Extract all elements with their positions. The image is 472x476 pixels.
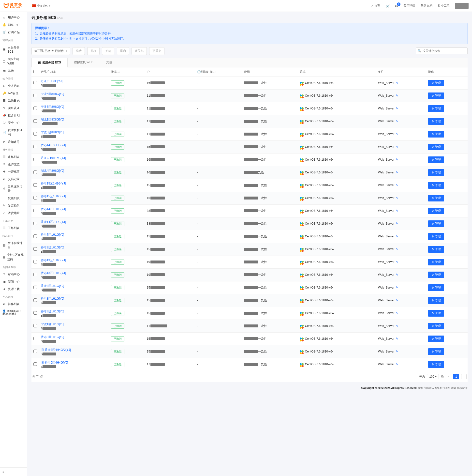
row-select-checkbox[interactable] [33, 222, 37, 225]
sidebar-item[interactable]: ☰工单列表 [0, 224, 27, 232]
instance-name-link[interactable]: 宁波5区8H8G[YJ] [41, 130, 107, 135]
nav-cart[interactable]: 🛒 [386, 4, 390, 8]
row-select-checkbox[interactable] [33, 196, 37, 200]
manage-button[interactable]: ⚙管理 [428, 92, 444, 99]
sidebar-item[interactable]: 🛡安全中心 [0, 119, 27, 126]
row-select-checkbox[interactable] [33, 337, 37, 340]
edit-icon[interactable]: ✎ [396, 184, 398, 187]
row-select-checkbox[interactable] [33, 350, 37, 353]
manage-button[interactable]: ⚙管理 [428, 336, 444, 342]
sidebar-item[interactable]: ☰发票列表 [0, 195, 27, 202]
sidebar-item[interactable]: 🔑API管理 [0, 89, 27, 97]
instance-name-link[interactable]: 旧-香港3区4H4G*2[YJ] [41, 348, 107, 352]
col-expire[interactable]: 🕒到期时间▴▾ [195, 68, 242, 77]
manage-button[interactable]: ⚙管理 [428, 221, 444, 227]
instance-name-link[interactable]: 香港8区1H1G[YJ] [41, 309, 107, 314]
row-select-checkbox[interactable] [33, 298, 37, 302]
manage-button[interactable]: ⚙管理 [428, 233, 444, 240]
instance-name-link[interactable]: 湖北4区8H8G[YJ] [41, 169, 107, 173]
manage-button[interactable]: ⚙管理 [428, 272, 444, 278]
language-selector[interactable]: 中文简体 ▾ [32, 4, 50, 8]
edit-icon[interactable]: ✎ [396, 94, 398, 97]
edit-icon[interactable]: ✎ [396, 107, 398, 110]
row-select-checkbox[interactable] [33, 106, 37, 110]
logo[interactable]: ᗢ 狐蒂云 HUDIYUN [3, 1, 27, 11]
row-select-checkbox[interactable] [33, 273, 37, 276]
sidebar-item[interactable]: ⇄转移列表 [0, 300, 27, 308]
manage-button[interactable]: ⚙管理 [428, 195, 444, 202]
edit-icon[interactable]: ✎ [396, 324, 398, 328]
sidebar-item[interactable]: ⌂收货地址 [0, 209, 27, 217]
instance-name-link[interactable]: 湖北1区8C8G[YJ] [41, 118, 107, 122]
instance-name-link[interactable]: 香港14区8H8G[YJ] [41, 143, 107, 147]
instance-name-link[interactable]: 宁波5区8H8G[YJ] [41, 105, 107, 109]
search-input[interactable] [416, 48, 468, 54]
edit-icon[interactable]: ✎ [396, 299, 398, 302]
sidebar-item[interactable]: ▦宿迁在线过白 [0, 239, 27, 251]
manage-button[interactable]: ⚙管理 [428, 156, 444, 163]
sidebar-item[interactable]: ▦宁波1区在线过白 [0, 251, 27, 263]
instance-name-link[interactable]: 香港13区1H1G[YJ] [41, 258, 107, 262]
sidebar-item[interactable]: ▦其他 [0, 67, 27, 75]
edit-icon[interactable]: ✎ [396, 222, 398, 225]
instance-name-link[interactable]: 旧-香港6区4H4G[YJ] [41, 361, 107, 365]
tab[interactable]: 虚拟主机 WEB [68, 58, 100, 67]
row-select-checkbox[interactable] [33, 324, 37, 327]
next-page-button[interactable]: › [461, 374, 467, 379]
user-menu[interactable] [455, 3, 469, 9]
nav-messages[interactable]: ✉ 0 [395, 4, 398, 8]
manage-button[interactable]: ⚙管理 [428, 361, 444, 368]
sidebar-item[interactable]: ⊘注销账号 [0, 138, 27, 146]
sidebar-item[interactable]: ⊙个人信息 [0, 82, 27, 89]
manage-button[interactable]: ⚙管理 [428, 144, 444, 150]
edit-icon[interactable]: ✎ [396, 119, 398, 123]
manage-button[interactable]: ⚙管理 [428, 297, 444, 304]
sidebar-item[interactable]: ⬇资源下载 [0, 285, 27, 293]
toolbar-action-button[interactable]: 重启 [117, 47, 129, 55]
manage-button[interactable]: ⚙管理 [428, 323, 444, 329]
toolbar-action-button[interactable]: 续费 [73, 47, 85, 55]
edit-icon[interactable]: ✎ [396, 260, 398, 264]
row-select-checkbox[interactable] [33, 260, 37, 263]
manage-button[interactable]: ⚙管理 [428, 118, 444, 125]
instance-name-link[interactable]: 香港8区1H1G[YJ] [41, 297, 107, 301]
sidebar-item[interactable]: 🛒订购产品 [0, 29, 27, 36]
sidebar-item[interactable]: ?帮助中心 [0, 271, 27, 278]
prev-page-button[interactable]: ‹ [446, 374, 451, 379]
page-size-select[interactable]: 100▾ [427, 374, 439, 379]
instance-name-link[interactable]: 宁波5区8H8G[YJ] [41, 92, 107, 96]
toolbar-action-button[interactable]: 硬重启 [149, 47, 164, 55]
sidebar-item[interactable]: ☰系统日志 [0, 97, 27, 104]
manage-button[interactable]: ⚙管理 [428, 208, 444, 214]
sidebar-item[interactable]: 🔔消息中心 [0, 21, 27, 29]
edit-icon[interactable]: ✎ [396, 145, 398, 149]
edit-icon[interactable]: ✎ [396, 132, 398, 136]
edit-icon[interactable]: ✎ [396, 286, 398, 289]
row-select-checkbox[interactable] [33, 81, 37, 84]
sidebar-item[interactable]: 📄代理授权证书 [0, 126, 27, 138]
manage-button[interactable]: ⚙管理 [428, 80, 444, 86]
sidebar-item[interactable]: ⌂用户中心 [0, 14, 27, 21]
row-select-checkbox[interactable] [33, 311, 37, 315]
sidebar-collapse-button[interactable]: ≡ [0, 467, 27, 476]
sidebar-item[interactable]: ¥账户充值 [0, 161, 27, 168]
instance-name-link[interactable]: 香港8区1H1G[YJ] [41, 335, 107, 339]
sidebar-item[interactable]: ▢虚拟主机 WEB [0, 55, 27, 67]
row-select-checkbox[interactable] [33, 94, 37, 97]
nav-fee-detail[interactable]: 费用详情 [403, 4, 415, 8]
edit-icon[interactable]: ✎ [396, 171, 398, 174]
sidebar-item[interactable]: ☰账单列表 [0, 153, 27, 161]
sidebar-item[interactable]: ✎发票抬头 [0, 202, 27, 209]
sidebar-item[interactable]: ↺自助退款记录 [0, 183, 27, 195]
sidebar-item[interactable]: ✎实名认证 [0, 104, 27, 112]
instance-name-link[interactable]: 香港15区1H1G[YJ] [41, 182, 107, 186]
manage-button[interactable]: ⚙管理 [428, 169, 444, 176]
edit-icon[interactable]: ✎ [396, 273, 398, 276]
edit-icon[interactable]: ✎ [396, 209, 398, 213]
edit-icon[interactable]: ✎ [396, 158, 398, 161]
manage-button[interactable]: ⚙管理 [428, 284, 444, 291]
manage-button[interactable]: ⚙管理 [428, 105, 444, 112]
manage-button[interactable]: ⚙管理 [428, 182, 444, 189]
instance-name-link[interactable]: 香港13区1H1G[YJ] [41, 271, 107, 275]
sidebar-item[interactable]: ▣新闻中心 [0, 278, 27, 285]
